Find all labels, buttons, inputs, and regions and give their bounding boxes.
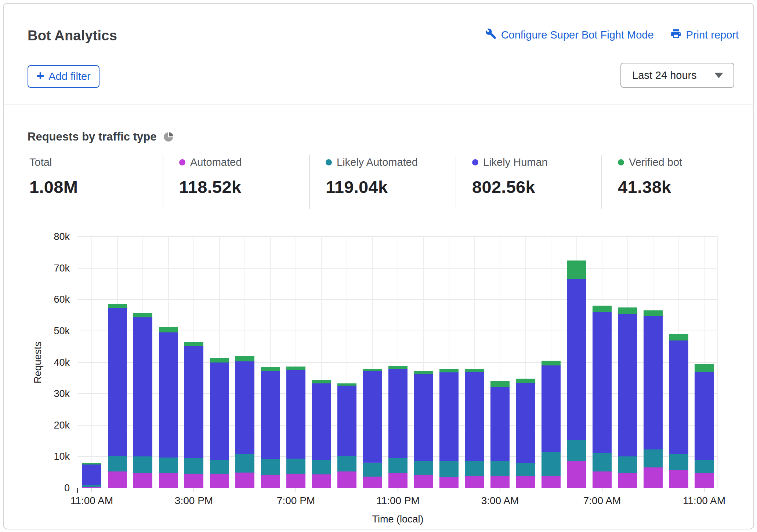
bar-segment-automated[interactable]: [593, 471, 612, 488]
bar-segment-automated[interactable]: [618, 473, 637, 488]
bar-segment-likely-human[interactable]: [388, 369, 408, 458]
bar-segment-likely-human[interactable]: [133, 317, 152, 456]
bar-segment-likely-human[interactable]: [363, 371, 382, 463]
bar-segment-verified-bot[interactable]: [695, 364, 714, 372]
bar-segment-verified-bot[interactable]: [542, 361, 561, 365]
bar-segment-likely-human[interactable]: [312, 383, 331, 460]
bar-segment-verified-bot[interactable]: [388, 366, 408, 369]
bar-segment-automated[interactable]: [439, 477, 459, 488]
bar-segment-likely-automated[interactable]: [261, 459, 280, 475]
add-filter-button[interactable]: + Add filter: [28, 65, 99, 88]
bar-segment-likely-human[interactable]: [210, 362, 229, 460]
bar-segment-verified-bot[interactable]: [82, 463, 101, 464]
bar-segment-verified-bot[interactable]: [465, 369, 484, 372]
bar-segment-automated[interactable]: [542, 476, 561, 488]
bar-segment-verified-bot[interactable]: [669, 334, 688, 340]
bar-segment-likely-automated[interactable]: [439, 461, 459, 477]
bar-segment-verified-bot[interactable]: [286, 367, 305, 370]
bar-segment-verified-bot[interactable]: [159, 327, 178, 333]
bar-segment-automated[interactable]: [695, 473, 714, 488]
bar-segment-likely-automated[interactable]: [593, 453, 612, 471]
bar-segment-likely-automated[interactable]: [312, 460, 331, 474]
bar-segment-likely-human[interactable]: [108, 308, 127, 456]
bar-segment-automated[interactable]: [210, 474, 229, 488]
bar-segment-automated[interactable]: [363, 477, 382, 488]
bar-segment-likely-automated[interactable]: [108, 456, 127, 472]
bar-segment-automated[interactable]: [490, 476, 510, 488]
bar-segment-likely-human[interactable]: [567, 279, 586, 440]
bar-segment-likely-human[interactable]: [414, 374, 433, 461]
bar-segment-likely-human[interactable]: [618, 314, 637, 457]
bar-segment-verified-bot[interactable]: [618, 307, 637, 314]
bar-segment-likely-automated[interactable]: [133, 456, 152, 473]
bar-segment-likely-automated[interactable]: [516, 463, 535, 477]
bar-segment-automated[interactable]: [337, 471, 356, 488]
bar-segment-likely-automated[interactable]: [184, 458, 203, 474]
bar-segment-likely-human[interactable]: [184, 346, 203, 458]
bar-segment-verified-bot[interactable]: [490, 381, 510, 387]
bar-segment-likely-automated[interactable]: [363, 463, 382, 477]
bar-segment-verified-bot[interactable]: [439, 369, 459, 372]
bar-segment-automated[interactable]: [235, 473, 254, 488]
bar-segment-verified-bot[interactable]: [184, 342, 203, 346]
bar-segment-likely-automated[interactable]: [490, 461, 510, 475]
bar-segment-likely-human[interactable]: [516, 383, 535, 463]
bar-segment-likely-human[interactable]: [286, 370, 305, 459]
bar-segment-likely-automated[interactable]: [235, 454, 254, 473]
bar-segment-likely-human[interactable]: [82, 464, 101, 485]
bar-segment-verified-bot[interactable]: [133, 313, 152, 317]
print-report-link[interactable]: Print report: [670, 28, 739, 42]
bar-segment-verified-bot[interactable]: [261, 367, 280, 371]
bar-segment-automated[interactable]: [414, 475, 433, 488]
bar-segment-likely-automated[interactable]: [388, 458, 408, 473]
bar-segment-likely-automated[interactable]: [465, 461, 484, 475]
bar-segment-automated[interactable]: [286, 474, 305, 488]
bar-segment-likely-automated[interactable]: [669, 454, 688, 470]
bar-segment-automated[interactable]: [261, 475, 280, 488]
time-range-dropdown[interactable]: Last 24 hours: [620, 63, 734, 88]
bar-segment-verified-bot[interactable]: [312, 380, 331, 383]
bar-segment-verified-bot[interactable]: [516, 379, 535, 383]
bar-segment-likely-human[interactable]: [439, 372, 459, 461]
bar-segment-automated[interactable]: [465, 476, 484, 488]
bar-segment-likely-automated[interactable]: [695, 460, 714, 473]
bar-segment-verified-bot[interactable]: [567, 260, 586, 279]
bar-segment-automated[interactable]: [184, 474, 203, 488]
configure-super-bot-fight-mode-link[interactable]: Configure Super Bot Fight Mode: [485, 28, 654, 42]
bar-segment-likely-human[interactable]: [542, 365, 561, 452]
bar-segment-likely-automated[interactable]: [337, 456, 356, 471]
bar-segment-likely-automated[interactable]: [286, 459, 305, 474]
bar-segment-automated[interactable]: [108, 471, 127, 488]
bar-segment-likely-automated[interactable]: [414, 461, 433, 475]
bar-segment-likely-human[interactable]: [159, 332, 178, 458]
bar-segment-verified-bot[interactable]: [593, 306, 612, 312]
bar-segment-likely-human[interactable]: [337, 386, 356, 456]
bar-segment-likely-human[interactable]: [465, 372, 484, 461]
bar-segment-verified-bot[interactable]: [414, 371, 433, 374]
bar-segment-likely-automated[interactable]: [644, 449, 663, 468]
bar-segment-likely-human[interactable]: [235, 361, 254, 454]
bar-segment-likely-automated[interactable]: [567, 440, 586, 461]
bar-segment-automated[interactable]: [388, 473, 408, 488]
bar-segment-verified-bot[interactable]: [337, 383, 356, 386]
bar-segment-likely-automated[interactable]: [618, 456, 637, 473]
bar-segment-likely-human[interactable]: [490, 387, 510, 461]
bar-segment-verified-bot[interactable]: [644, 310, 663, 316]
bar-segment-likely-automated[interactable]: [542, 452, 561, 476]
bar-segment-likely-human[interactable]: [261, 371, 280, 459]
bar-segment-likely-automated[interactable]: [82, 485, 101, 487]
bar-segment-automated[interactable]: [133, 473, 152, 488]
bar-segment-automated[interactable]: [312, 474, 331, 488]
bar-segment-verified-bot[interactable]: [363, 369, 382, 371]
bar-segment-automated[interactable]: [644, 467, 663, 488]
bar-segment-automated[interactable]: [567, 461, 586, 488]
bar-segment-automated[interactable]: [669, 470, 688, 488]
bar-segment-verified-bot[interactable]: [210, 358, 229, 363]
bar-segment-verified-bot[interactable]: [108, 304, 127, 307]
bar-segment-automated[interactable]: [159, 473, 178, 488]
bar-segment-likely-automated[interactable]: [210, 460, 229, 474]
bar-segment-verified-bot[interactable]: [235, 356, 254, 361]
bar-segment-likely-human[interactable]: [695, 372, 714, 460]
bar-segment-likely-human[interactable]: [644, 316, 663, 449]
bar-segment-likely-human[interactable]: [593, 312, 612, 453]
